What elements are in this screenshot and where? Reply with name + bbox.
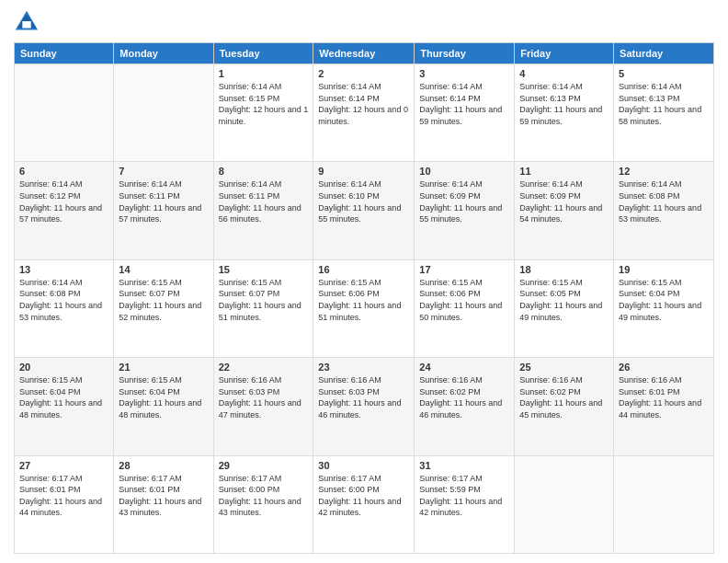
day-info: Sunrise: 6:14 AMSunset: 6:13 PMDaylight:… <box>619 81 709 127</box>
day-number: 30 <box>318 460 409 471</box>
day-info: Sunrise: 6:15 AMSunset: 6:06 PMDaylight:… <box>419 277 509 323</box>
day-number: 29 <box>219 460 309 471</box>
day-cell: 8Sunrise: 6:14 AMSunset: 6:11 PMDaylight… <box>213 162 313 259</box>
day-number: 8 <box>219 166 309 177</box>
day-info: Sunrise: 6:17 AMSunset: 6:00 PMDaylight:… <box>219 473 309 519</box>
day-info: Sunrise: 6:14 AMSunset: 6:11 PMDaylight:… <box>219 178 309 224</box>
day-number: 14 <box>119 264 208 275</box>
day-cell: 9Sunrise: 6:14 AMSunset: 6:10 PMDaylight… <box>313 162 415 259</box>
week-row-3: 13Sunrise: 6:14 AMSunset: 6:08 PMDayligh… <box>15 259 714 357</box>
day-info: Sunrise: 6:16 AMSunset: 6:02 PMDaylight:… <box>519 374 609 420</box>
day-cell <box>114 64 213 162</box>
day-info: Sunrise: 6:14 AMSunset: 6:11 PMDaylight:… <box>119 178 208 224</box>
day-cell: 11Sunrise: 6:14 AMSunset: 6:09 PMDayligh… <box>515 162 614 259</box>
week-row-4: 20Sunrise: 6:15 AMSunset: 6:04 PMDayligh… <box>15 358 714 455</box>
day-number: 25 <box>519 362 609 373</box>
day-info: Sunrise: 6:14 AMSunset: 6:14 PMDaylight:… <box>318 81 409 127</box>
day-info: Sunrise: 6:14 AMSunset: 6:08 PMDaylight:… <box>19 277 108 323</box>
day-info: Sunrise: 6:17 AMSunset: 6:01 PMDaylight:… <box>19 473 108 519</box>
day-info: Sunrise: 6:14 AMSunset: 6:09 PMDaylight:… <box>419 178 509 224</box>
day-number: 26 <box>619 362 709 373</box>
day-info: Sunrise: 6:16 AMSunset: 6:03 PMDaylight:… <box>219 374 309 420</box>
header <box>14 9 714 35</box>
day-cell: 30Sunrise: 6:17 AMSunset: 6:00 PMDayligh… <box>313 455 415 553</box>
page: SundayMondayTuesdayWednesdayThursdayFrid… <box>0 0 728 563</box>
day-cell: 21Sunrise: 6:15 AMSunset: 6:04 PMDayligh… <box>114 358 213 455</box>
week-row-5: 27Sunrise: 6:17 AMSunset: 6:01 PMDayligh… <box>15 455 714 553</box>
day-number: 1 <box>219 68 309 79</box>
calendar-table: SundayMondayTuesdayWednesdayThursdayFrid… <box>14 42 714 554</box>
day-cell: 23Sunrise: 6:16 AMSunset: 6:03 PMDayligh… <box>313 358 415 455</box>
day-cell <box>15 64 114 162</box>
day-number: 31 <box>419 460 509 471</box>
day-cell: 1Sunrise: 6:14 AMSunset: 6:15 PMDaylight… <box>213 64 313 162</box>
day-info: Sunrise: 6:14 AMSunset: 6:12 PMDaylight:… <box>19 178 108 224</box>
day-info: Sunrise: 6:16 AMSunset: 6:03 PMDaylight:… <box>318 374 409 420</box>
day-info: Sunrise: 6:16 AMSunset: 6:01 PMDaylight:… <box>619 374 709 420</box>
day-header-wednesday: Wednesday <box>313 43 415 64</box>
day-cell: 10Sunrise: 6:14 AMSunset: 6:09 PMDayligh… <box>415 162 515 259</box>
day-number: 24 <box>419 362 509 373</box>
day-info: Sunrise: 6:16 AMSunset: 6:02 PMDaylight:… <box>419 374 509 420</box>
day-header-friday: Friday <box>515 43 614 64</box>
day-number: 6 <box>19 166 108 177</box>
day-cell: 25Sunrise: 6:16 AMSunset: 6:02 PMDayligh… <box>515 358 614 455</box>
day-number: 4 <box>519 68 609 79</box>
day-cell: 20Sunrise: 6:15 AMSunset: 6:04 PMDayligh… <box>15 358 114 455</box>
logo <box>14 9 43 35</box>
day-number: 16 <box>318 264 409 275</box>
day-info: Sunrise: 6:14 AMSunset: 6:14 PMDaylight:… <box>419 81 509 127</box>
day-info: Sunrise: 6:14 AMSunset: 6:09 PMDaylight:… <box>519 178 609 224</box>
day-cell: 5Sunrise: 6:14 AMSunset: 6:13 PMDaylight… <box>614 64 714 162</box>
day-info: Sunrise: 6:15 AMSunset: 6:04 PMDaylight:… <box>619 277 709 323</box>
day-info: Sunrise: 6:17 AMSunset: 6:01 PMDaylight:… <box>119 473 208 519</box>
day-info: Sunrise: 6:15 AMSunset: 6:04 PMDaylight:… <box>119 374 208 420</box>
calendar-header-row: SundayMondayTuesdayWednesdayThursdayFrid… <box>15 43 714 64</box>
day-number: 22 <box>219 362 309 373</box>
day-info: Sunrise: 6:14 AMSunset: 6:08 PMDaylight:… <box>619 178 709 224</box>
day-header-tuesday: Tuesday <box>213 43 313 64</box>
day-info: Sunrise: 6:15 AMSunset: 6:06 PMDaylight:… <box>318 277 409 323</box>
week-row-1: 1Sunrise: 6:14 AMSunset: 6:15 PMDaylight… <box>15 64 714 162</box>
day-info: Sunrise: 6:14 AMSunset: 6:13 PMDaylight:… <box>519 81 609 127</box>
day-info: Sunrise: 6:15 AMSunset: 6:07 PMDaylight:… <box>119 277 208 323</box>
day-number: 13 <box>19 264 108 275</box>
day-cell: 2Sunrise: 6:14 AMSunset: 6:14 PMDaylight… <box>313 64 415 162</box>
day-number: 3 <box>419 68 509 79</box>
day-cell: 31Sunrise: 6:17 AMSunset: 5:59 PMDayligh… <box>415 455 515 553</box>
day-cell: 22Sunrise: 6:16 AMSunset: 6:03 PMDayligh… <box>213 358 313 455</box>
day-cell: 26Sunrise: 6:16 AMSunset: 6:01 PMDayligh… <box>614 358 714 455</box>
day-cell: 27Sunrise: 6:17 AMSunset: 6:01 PMDayligh… <box>15 455 114 553</box>
day-header-sunday: Sunday <box>15 43 114 64</box>
day-cell: 24Sunrise: 6:16 AMSunset: 6:02 PMDayligh… <box>415 358 515 455</box>
day-cell: 15Sunrise: 6:15 AMSunset: 6:07 PMDayligh… <box>213 259 313 357</box>
day-number: 27 <box>19 460 108 471</box>
day-info: Sunrise: 6:15 AMSunset: 6:04 PMDaylight:… <box>19 374 108 420</box>
day-number: 17 <box>419 264 509 275</box>
day-number: 18 <box>519 264 609 275</box>
logo-icon <box>14 9 40 35</box>
day-number: 15 <box>219 264 309 275</box>
day-number: 19 <box>619 264 709 275</box>
day-info: Sunrise: 6:15 AMSunset: 6:05 PMDaylight:… <box>519 277 609 323</box>
day-cell: 16Sunrise: 6:15 AMSunset: 6:06 PMDayligh… <box>313 259 415 357</box>
day-number: 11 <box>519 166 609 177</box>
day-number: 21 <box>119 362 208 373</box>
day-cell: 18Sunrise: 6:15 AMSunset: 6:05 PMDayligh… <box>515 259 614 357</box>
day-cell: 4Sunrise: 6:14 AMSunset: 6:13 PMDaylight… <box>515 64 614 162</box>
day-cell <box>614 455 714 553</box>
day-number: 2 <box>318 68 409 79</box>
day-cell: 12Sunrise: 6:14 AMSunset: 6:08 PMDayligh… <box>614 162 714 259</box>
day-cell: 3Sunrise: 6:14 AMSunset: 6:14 PMDaylight… <box>415 64 515 162</box>
day-number: 5 <box>619 68 709 79</box>
day-number: 12 <box>619 166 709 177</box>
day-number: 23 <box>318 362 409 373</box>
day-number: 20 <box>19 362 108 373</box>
day-cell: 7Sunrise: 6:14 AMSunset: 6:11 PMDaylight… <box>114 162 213 259</box>
day-cell: 29Sunrise: 6:17 AMSunset: 6:00 PMDayligh… <box>213 455 313 553</box>
day-number: 7 <box>119 166 208 177</box>
day-cell <box>515 455 614 553</box>
week-row-2: 6Sunrise: 6:14 AMSunset: 6:12 PMDaylight… <box>15 162 714 259</box>
day-cell: 28Sunrise: 6:17 AMSunset: 6:01 PMDayligh… <box>114 455 213 553</box>
day-cell: 13Sunrise: 6:14 AMSunset: 6:08 PMDayligh… <box>15 259 114 357</box>
